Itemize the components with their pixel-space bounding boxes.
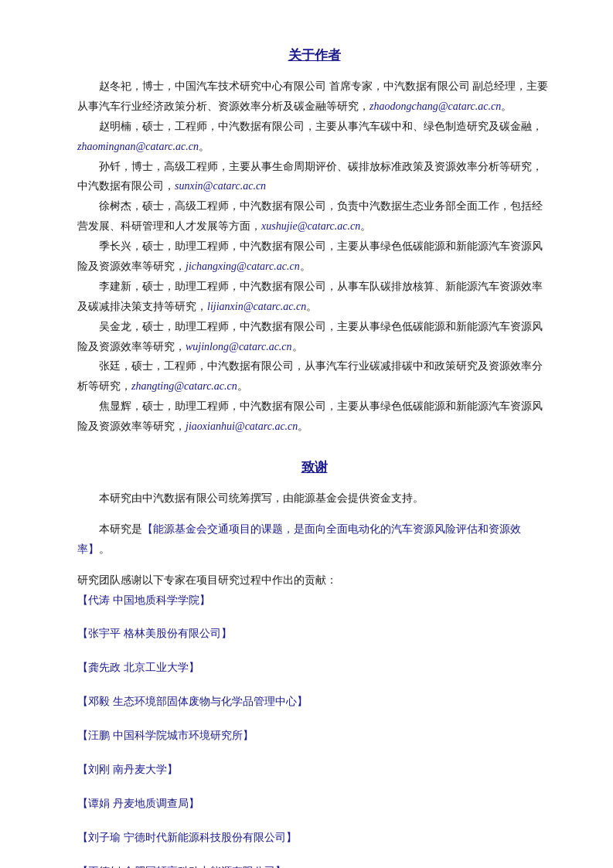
acknowledgment-title: 致谢 (77, 458, 551, 476)
highlight-text-1: 【能源基金会交通项目的课题，是面向全面电动化的汽车资源风险评估和资源效率】 (77, 523, 521, 555)
team-member-3: 【龚先政 北京工业大学】 (77, 658, 551, 678)
team-member-1: 【代涛 中国地质科学学院】 (77, 591, 551, 611)
author-para-6: 李建新，硕士，助理工程师，中汽数据有限公司，从事车队碳排放核算、新能源汽车资源效… (77, 277, 551, 317)
author-para-4: 徐树杰，硕士，高级工程师，中汽数据有限公司，负责中汽数据生态业务部全面工作，包括… (77, 196, 551, 237)
team-member-5: 【汪鹏 中国科学院城市环境研究所】 (77, 726, 551, 746)
team-intro: 研究团队感谢以下专家在项目研究过程中作出的贡献： (77, 570, 551, 591)
ack-block-1: 本研究由中汽数据有限公司统筹撰写，由能源基金会提供资金支持。 (77, 488, 551, 509)
team-member-9: 【王德钊 合肥国轩高科动力能源有限公司】 (77, 862, 551, 868)
author-para-7: 吴金龙，硕士，助理工程师，中汽数据有限公司，主要从事绿色低碳能源和新能源汽车资源… (77, 317, 551, 357)
ack-para-2: 本研究是【能源基金会交通项目的课题，是面向全面电动化的汽车资源风险评估和资源效率… (77, 519, 551, 560)
about-author-title: 关于作者 (77, 46, 551, 64)
author-para-3: 孙钎，博士，高级工程师，主要从事生命周期评价、碳排放标准政策及资源效率分析等研究… (77, 157, 551, 197)
author-para-2: 赵明楠，硕士，工程师，中汽数据有限公司，主要从事汽车碳中和、绿色制造研究及碳金融… (77, 117, 551, 157)
author-para-1: 赵冬祀，博士，中国汽车技术研究中心有限公司 首席专家，中汽数据有限公司 副总经理… (77, 77, 551, 117)
team-member-2: 【张宇平 格林美股份有限公司】 (77, 624, 551, 644)
team-member-7: 【谭娟 丹麦地质调查局】 (77, 794, 551, 814)
ack-block-2: 本研究是【能源基金会交通项目的课题，是面向全面电动化的汽车资源风险评估和资源效率… (77, 519, 551, 560)
team-member-4: 【邓毅 生态环境部固体废物与化学品管理中心】 (77, 692, 551, 712)
team-member-8: 【刘子瑜 宁德时代新能源科技股份有限公司】 (77, 828, 551, 848)
document-page: 关于作者 赵冬祀，博士，中国汽车技术研究中心有限公司 首席专家，中汽数据有限公司… (0, 0, 613, 868)
about-author-section: 关于作者 赵冬祀，博士，中国汽车技术研究中心有限公司 首席专家，中汽数据有限公司… (77, 46, 551, 437)
ack-para-1: 本研究由中汽数据有限公司统筹撰写，由能源基金会提供资金支持。 (77, 488, 551, 509)
team-list: 研究团队感谢以下专家在项目研究过程中作出的贡献： 【代涛 中国地质科学学院】 【… (77, 570, 551, 868)
team-member-6: 【刘刚 南丹麦大学】 (77, 760, 551, 780)
author-para-9: 焦显辉，硕士，助理工程师，中汽数据有限公司，主要从事绿色低碳能源和新能源汽车资源… (77, 397, 551, 437)
author-para-5: 季长兴，硕士，助理工程师，中汽数据有限公司，主要从事绿色低碳能源和新能源汽车资源… (77, 237, 551, 277)
acknowledgment-section: 致谢 本研究由中汽数据有限公司统筹撰写，由能源基金会提供资金支持。 本研究是【能… (77, 458, 551, 868)
author-para-8: 张廷，硕士，工程师，中汽数据有限公司，从事汽车行业碳减排碳中和政策研究及资源效率… (77, 356, 551, 397)
